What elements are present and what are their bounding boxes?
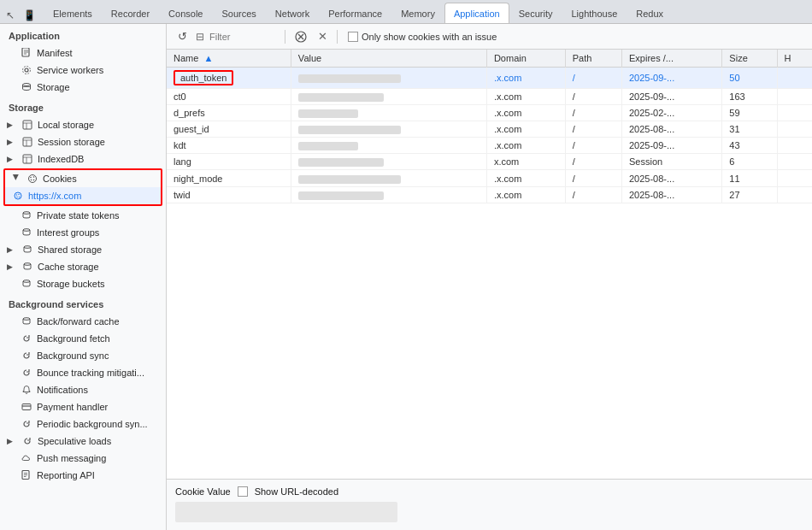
arrow-icon-cache-storage: ▶: [7, 262, 15, 271]
cookie-expires-cell: 2025-08-...: [621, 121, 721, 138]
cookie-domain-cell: .x.com: [486, 138, 565, 154]
sidebar-item-speculative-loads[interactable]: ▶ Speculative loads: [0, 433, 166, 450]
svg-point-28: [23, 229, 30, 232]
cookie-path-cell: /: [565, 121, 621, 138]
svg-rect-33: [22, 404, 31, 410]
cookie-name-cell: kdt: [167, 138, 291, 154]
sidebar-item-local-storage-label: Local storage: [38, 120, 94, 130]
col-header-value[interactable]: Value: [291, 50, 486, 68]
sidebar-item-storage-app[interactable]: Storage: [0, 79, 166, 96]
sync-icon-speculative: [21, 435, 33, 447]
db-icon-private: [21, 209, 32, 221]
cookie-name-cell: night_mode: [167, 170, 291, 186]
sidebar-item-bounce-tracking[interactable]: Bounce tracking mitigati...: [0, 364, 166, 381]
sidebar-item-push-messaging[interactable]: Push messaging: [0, 450, 166, 467]
cookie-size-cell: 31: [722, 121, 777, 138]
sidebar-item-private-state-tokens[interactable]: Private state tokens: [0, 207, 166, 224]
sidebar-item-bounce-tracking-label: Bounce tracking mitigati...: [37, 368, 144, 378]
only-issues-checkbox[interactable]: [348, 32, 358, 42]
close-filter-button[interactable]: ✕: [315, 29, 330, 44]
cookie-size-cell: 27: [722, 186, 777, 203]
cookie-value-cell: [291, 154, 486, 170]
sidebar-item-storage-buckets[interactable]: Storage buckets: [0, 275, 166, 292]
sidebar-item-session-storage[interactable]: ▶ Session storage: [0, 133, 166, 150]
sidebar-item-cookies[interactable]: ▶ Cookies: [5, 170, 161, 187]
table-row[interactable]: d_prefs.x.com/2025-02-...59: [167, 105, 812, 121]
clear-all-button[interactable]: [292, 28, 309, 45]
col-header-path[interactable]: Path: [565, 50, 621, 68]
tab-lighthouse[interactable]: Lighthouse: [562, 3, 627, 23]
refresh-button[interactable]: ↺: [174, 28, 191, 45]
tab-application[interactable]: Application: [444, 3, 509, 23]
svg-point-29: [24, 246, 31, 249]
sidebar-item-https-x-com[interactable]: https://x.com: [5, 187, 161, 204]
cookie-h-cell: [777, 186, 812, 203]
card-icon: [21, 401, 32, 413]
col-header-expires[interactable]: Expires /...: [621, 50, 721, 68]
table-row[interactable]: auth_token.x.com/2025-09-...50: [167, 68, 812, 89]
sidebar-item-manifest[interactable]: Manifest: [0, 44, 166, 62]
sidebar-item-cache-storage-label: Cache storage: [38, 262, 99, 272]
cookie-path-cell: /: [565, 186, 621, 203]
table-row[interactable]: guest_id.x.com/2025-08-...31: [167, 121, 812, 138]
tab-memory[interactable]: Memory: [391, 3, 444, 23]
tab-security[interactable]: Security: [509, 3, 562, 23]
tab-elements[interactable]: Elements: [44, 3, 102, 23]
table-icon-indexeddb: [21, 153, 33, 165]
sync-icon-bg-sync: [21, 350, 32, 362]
sidebar-item-periodic-background-sync[interactable]: Periodic background syn...: [0, 415, 166, 433]
table-row[interactable]: kdt.x.com/2025-09-...43: [167, 138, 812, 154]
sidebar-item-background-fetch[interactable]: Background fetch: [0, 330, 166, 347]
cookie-size-cell: 11: [722, 170, 777, 186]
cookie-path-cell: /: [565, 138, 621, 154]
filter-input[interactable]: [209, 32, 278, 42]
tab-recorder[interactable]: Recorder: [102, 3, 159, 23]
toolbar-separator: [285, 30, 285, 44]
sidebar-item-reporting-api-label: Reporting API: [37, 470, 95, 480]
sidebar-item-payment-handler[interactable]: Payment handler: [0, 398, 166, 415]
sidebar-item-background-sync[interactable]: Background sync: [0, 347, 166, 364]
svg-point-18: [30, 177, 32, 179]
col-header-size[interactable]: Size: [722, 50, 777, 68]
sidebar-item-speculative-loads-label: Speculative loads: [38, 436, 111, 446]
table-row[interactable]: langx.com/Session6: [167, 154, 812, 170]
table-row[interactable]: ct0.x.com/2025-09-...163: [167, 89, 812, 105]
cookie-name-cell: lang: [167, 154, 291, 170]
sidebar-section-background-services: Background services: [0, 292, 166, 313]
devtools-device-icon[interactable]: 📱: [21, 8, 38, 23]
tab-performance[interactable]: Performance: [319, 3, 391, 23]
sidebar-item-service-workers[interactable]: Service workers: [0, 62, 166, 79]
cookie-name-cell: guest_id: [167, 121, 291, 138]
sidebar-item-local-storage[interactable]: ▶ Local storage: [0, 116, 166, 133]
col-header-name[interactable]: Name ▲: [167, 50, 291, 68]
sidebar-item-shared-storage[interactable]: ▶ Shared storage: [0, 241, 166, 258]
tab-console[interactable]: Console: [159, 3, 212, 23]
cookie-path-cell: /: [565, 89, 621, 105]
sidebar-item-cache-storage[interactable]: ▶ Cache storage: [0, 258, 166, 275]
tab-network[interactable]: Network: [266, 3, 319, 23]
svg-point-5: [23, 67, 31, 74]
tab-redux[interactable]: Redux: [627, 3, 673, 23]
table-row[interactable]: twid.x.com/2025-08-...27: [167, 186, 812, 203]
cookie-domain-cell: x.com: [486, 154, 565, 170]
cookie-value-cell: [291, 121, 486, 138]
cookie-h-cell: [777, 121, 812, 138]
tab-sources[interactable]: Sources: [212, 3, 265, 23]
only-issues-container: Only show cookies with an issue: [348, 32, 497, 42]
col-header-h[interactable]: H: [777, 50, 812, 68]
svg-point-26: [19, 197, 20, 197]
devtools-pointer-icon[interactable]: ↖: [3, 8, 17, 23]
table-row[interactable]: night_mode.x.com/2025-08-...11: [167, 170, 812, 186]
sidebar-item-reporting-api[interactable]: Reporting API: [0, 467, 166, 484]
sidebar-item-interest-groups[interactable]: Interest groups: [0, 224, 166, 241]
table-icon-local-storage: [21, 119, 33, 131]
svg-rect-8: [23, 121, 32, 129]
col-header-domain[interactable]: Domain: [486, 50, 565, 68]
sidebar-section-storage: Storage: [0, 96, 166, 116]
arrow-icon-shared-storage: ▶: [7, 245, 15, 254]
sidebar-item-notifications[interactable]: Notifications: [0, 381, 166, 398]
sidebar-item-service-workers-label: Service workers: [37, 65, 103, 75]
show-url-decoded-checkbox[interactable]: [238, 486, 248, 497]
sidebar-item-indexeddb[interactable]: ▶ IndexedDB: [0, 150, 166, 168]
sidebar-item-back-forward-cache[interactable]: Back/forward cache: [0, 313, 166, 330]
